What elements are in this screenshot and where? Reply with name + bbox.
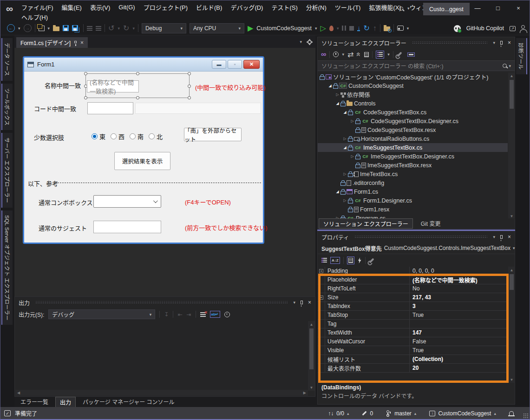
open-file-button[interactable] xyxy=(53,26,59,31)
tree-item[interactable]: ▷HorizontalRadioButtons.cs xyxy=(318,134,508,143)
show-all-files-toggle[interactable] xyxy=(376,51,384,59)
designer-canvas[interactable]: Form1 ▬ ▫ ✕ 名称中間一致 xyxy=(14,48,315,296)
menu-item[interactable]: デバッグ(D) xyxy=(226,2,267,13)
side-tab[interactable]: 診断ツール xyxy=(516,38,527,74)
resize-handle[interactable] xyxy=(84,72,87,75)
clear-all-icon[interactable] xyxy=(200,312,206,317)
save-all-button[interactable] xyxy=(72,25,78,31)
scroll-down-icon[interactable]: ▼ xyxy=(510,376,514,383)
expander-icon[interactable]: ▷ xyxy=(342,198,348,203)
toolbar-overflow-icon[interactable]: ▾ xyxy=(407,26,409,31)
suggest-textbox-name[interactable]: (名称などで中間一致検索) xyxy=(87,80,139,92)
panel-menu-icon[interactable]: ▾ xyxy=(293,300,295,305)
radio-option[interactable]: 東 xyxy=(92,132,105,141)
side-tab[interactable]: データ ソース xyxy=(1,38,13,81)
normal-combobox[interactable] xyxy=(93,195,161,208)
panel-tab[interactable]: ソリューション エクスプローラー xyxy=(319,218,413,229)
tree-item[interactable]: ◢C#CodeSuggestTextBox.cs xyxy=(318,108,508,117)
resize-handle[interactable] xyxy=(84,96,87,99)
property-row[interactable]: TabIndex3 xyxy=(318,302,508,311)
property-value[interactable]: 147 xyxy=(410,328,508,337)
show-result-button[interactable]: 選択結果を表示 xyxy=(114,152,170,170)
scroll-right-icon[interactable]: ▶ xyxy=(303,390,306,396)
tree-item[interactable]: ImeSuggestTextBox.resx xyxy=(318,161,508,170)
expand-icon[interactable]: + xyxy=(319,295,323,300)
close-icon[interactable]: × xyxy=(508,234,511,240)
panel-tab[interactable]: 出力 xyxy=(55,397,76,407)
chevron-down-icon[interactable]: ▾ xyxy=(407,6,410,11)
menu-item[interactable]: 分析(N) xyxy=(302,2,331,13)
expander-icon[interactable]: ◢ xyxy=(342,145,348,150)
menu-item[interactable]: テスト(S) xyxy=(267,2,301,13)
radio-option[interactable]: 北 xyxy=(149,132,163,141)
properties-scrollbar[interactable]: ▲ ▼ xyxy=(508,267,515,383)
property-value[interactable]: 3 xyxy=(410,302,508,310)
step-into-icon[interactable]: ↓ xyxy=(357,26,360,31)
textbox-code-match[interactable] xyxy=(87,102,133,114)
sync-commits-button[interactable]: ↑↓0/0▴ xyxy=(328,410,349,417)
navigate-forward-button[interactable]: → xyxy=(24,24,32,32)
resize-grip[interactable] xyxy=(523,413,529,419)
property-value[interactable]: 0, 0, 0, 0 xyxy=(410,267,508,275)
pending-changes-filter-icon[interactable] xyxy=(333,52,339,57)
events-icon[interactable] xyxy=(358,257,362,263)
start-dropdown-icon[interactable]: ▾ xyxy=(315,26,317,31)
property-value[interactable]: (Collection) xyxy=(410,355,508,363)
repository-button[interactable]: ↓CustomCodeSuggest▴ xyxy=(429,410,496,417)
panel-drag-grip[interactable] xyxy=(354,236,487,238)
property-value[interactable]: 217, 43 xyxy=(410,293,508,302)
pin-icon[interactable] xyxy=(500,235,503,239)
new-project-button[interactable] xyxy=(39,26,45,31)
restart-icon[interactable]: ↻ xyxy=(363,24,369,33)
document-list-dropdown-icon[interactable]: ▾ xyxy=(300,39,302,44)
property-value[interactable]: True xyxy=(410,346,508,354)
resize-handle[interactable] xyxy=(188,85,191,88)
account-icon[interactable] xyxy=(521,25,525,29)
expander-icon[interactable]: ▷ xyxy=(349,119,355,123)
tree-item[interactable]: ▷依存関係 xyxy=(318,90,508,99)
resize-handle[interactable] xyxy=(136,96,139,99)
property-row[interactable]: +Size217, 43 xyxy=(318,293,508,302)
pin-icon[interactable] xyxy=(500,41,503,45)
expand-icon[interactable]: + xyxy=(319,269,323,273)
sync-with-active-document-icon[interactable]: ⇄ xyxy=(347,50,353,59)
menu-item[interactable]: プロジェクト(P) xyxy=(139,2,192,13)
output-source-dropdown[interactable]: デバッグ▾ xyxy=(48,309,155,319)
panel-tab[interactable]: パッケージ マネージャー コンソール xyxy=(79,397,179,407)
close-button[interactable]: × xyxy=(508,0,529,15)
radio-option[interactable]: 西 xyxy=(111,132,124,141)
panel-menu-icon[interactable]: ▾ xyxy=(493,235,495,239)
scroll-left-icon[interactable]: ◀ xyxy=(17,390,20,396)
scroll-down-icon[interactable]: ▼ xyxy=(310,384,314,391)
search-options-icon[interactable]: ▾ xyxy=(509,64,511,68)
close-tab-icon[interactable]: × xyxy=(80,40,84,46)
resize-handle[interactable] xyxy=(136,72,139,75)
tree-item[interactable]: CodeSuggestTextBox.resx xyxy=(318,125,508,134)
gear-icon[interactable] xyxy=(308,40,312,44)
panel-drag-grip[interactable] xyxy=(35,301,288,304)
property-row[interactable]: VisibleTrue xyxy=(318,346,508,355)
property-value[interactable]: True xyxy=(410,311,508,319)
back-dropdown-icon[interactable]: ▾ xyxy=(18,26,20,31)
tree-item[interactable]: ▷ImeTextBox.cs xyxy=(318,170,508,178)
preview-selected-toggle[interactable] xyxy=(407,52,415,57)
property-row[interactable]: TextWidth147 xyxy=(318,328,508,337)
share-icon[interactable]: ↗ xyxy=(510,26,516,31)
output-log[interactable] xyxy=(15,321,308,391)
solution-scrollbar[interactable]: ▲ ▼ xyxy=(508,72,515,219)
property-value[interactable]: (名称などで中間一致検索) xyxy=(410,276,508,284)
menu-help[interactable]: ヘルプ(H) xyxy=(17,12,52,22)
menu-item[interactable]: 表示(V) xyxy=(86,2,114,13)
switch-views-icon[interactable]: ∞ xyxy=(321,50,326,59)
panel-drag-grip[interactable] xyxy=(412,41,488,44)
scrollbar-thumb[interactable] xyxy=(510,80,514,109)
properties-window-icon[interactable] xyxy=(364,52,369,57)
expander-icon[interactable]: ◢ xyxy=(334,190,340,194)
navigate-back-button[interactable]: ← xyxy=(7,24,15,32)
pin-icon[interactable] xyxy=(301,301,303,304)
close-icon[interactable]: × xyxy=(308,300,311,305)
property-row[interactable]: Tag xyxy=(318,320,508,328)
expander-icon[interactable]: ▷ xyxy=(334,92,340,97)
output-horizontal-scrollbar[interactable]: ◀ ▶ xyxy=(15,390,308,396)
new-dropdown-icon[interactable]: ▾ xyxy=(48,26,50,31)
